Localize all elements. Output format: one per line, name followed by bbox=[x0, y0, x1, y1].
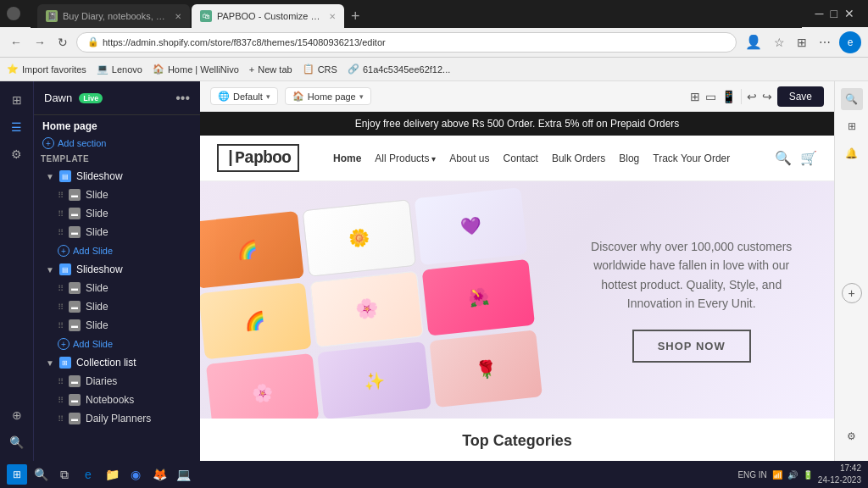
tree-slide1-2[interactable]: ⠿ ▬ Slide bbox=[41, 204, 193, 223]
tree-diaries[interactable]: ⠿ ▬ Diaries bbox=[41, 372, 193, 391]
address-input[interactable]: 🔒 https://admin.shopify.com/store/f837c8… bbox=[76, 32, 737, 53]
rail-inspect-icon[interactable]: ⊕ bbox=[5, 403, 29, 427]
window-controls bbox=[7, 7, 20, 20]
taskbar-edge-icon[interactable]: e bbox=[78, 464, 98, 485]
rail-settings-icon[interactable]: ⚙ bbox=[5, 142, 29, 166]
right-panel-search-icon[interactable]: 🔍 bbox=[841, 88, 863, 110]
close-btn[interactable]: ✕ bbox=[844, 7, 854, 20]
tree-slide2-1[interactable]: ⠿ ▬ Slide bbox=[41, 279, 193, 297]
windows-start-btn[interactable]: ⊞ bbox=[7, 464, 27, 485]
add-section-label: Add section bbox=[58, 138, 106, 148]
store-actions: 🔍 🛒 bbox=[775, 150, 817, 166]
slide1-2-label: Slide bbox=[86, 208, 108, 219]
tablet-view-btn[interactable]: ▭ bbox=[705, 90, 716, 103]
tree-collection-list[interactable]: ▼ ⊞ Collection list bbox=[41, 353, 193, 372]
add-slide1-icon: + bbox=[58, 245, 70, 257]
refresh-btn[interactable]: ↻ bbox=[54, 34, 71, 51]
tree-add-slide2[interactable]: + Add Slide bbox=[41, 335, 193, 353]
tree-daily-planners[interactable]: ⠿ ▬ Daily Planners bbox=[41, 409, 193, 428]
slide2-1-label: Slide bbox=[86, 282, 108, 294]
star-btn[interactable]: ☆ bbox=[771, 34, 788, 51]
bookmark-lenovo[interactable]: 💻 Lenovo bbox=[97, 64, 142, 75]
hero-section: 🌈 🌼 💜 🌈 🌸 🌺 🌸 ✨ 🌹 Dis bbox=[200, 181, 834, 419]
tree-slide2-3[interactable]: ⠿ ▬ Slide bbox=[41, 316, 193, 335]
tab1-favicon: 📓 bbox=[46, 10, 58, 22]
maximize-btn[interactable]: □ bbox=[831, 7, 837, 20]
mobile-view-btn[interactable]: 📱 bbox=[721, 90, 736, 103]
forward-btn[interactable]: → bbox=[31, 34, 49, 51]
tab2-close[interactable]: ✕ bbox=[329, 12, 336, 21]
right-panel-gear-icon[interactable]: ⚙ bbox=[841, 425, 863, 447]
right-panel-add-btn[interactable]: + bbox=[842, 283, 862, 307]
rail-search-icon[interactable]: 🔍 bbox=[5, 430, 29, 454]
shopify-sidebar: Dawn Live ••• Home page + Add section Te… bbox=[34, 81, 200, 461]
windows-taskbar: ⊞ 🔍 ⧉ e 📁 ◉ 🦊 💻 ENG IN 📶 🔊 🔋 17:42 24-12… bbox=[0, 461, 868, 488]
cart-icon[interactable]: 🛒 bbox=[800, 150, 817, 166]
bookmark-hash[interactable]: 🔗 61a4c5345ee62f12... bbox=[348, 64, 450, 75]
nav-home[interactable]: Home bbox=[333, 152, 361, 164]
right-panel: 🔍 ⊞ 🔔 + ⚙ bbox=[834, 81, 868, 461]
nav-blog[interactable]: Blog bbox=[619, 152, 639, 164]
taskbar-firefox-icon[interactable]: 🦊 bbox=[149, 464, 170, 485]
homepage-label: Home page bbox=[308, 92, 356, 102]
sidebar-more-btn[interactable]: ••• bbox=[175, 91, 190, 106]
taskbar-files-icon[interactable]: 📁 bbox=[102, 464, 122, 485]
nav-bulk-orders[interactable]: Bulk Orders bbox=[552, 152, 605, 164]
tree-slideshow2[interactable]: ▼ ▤ Slideshow bbox=[41, 260, 193, 279]
redo-btn[interactable]: ↪ bbox=[762, 90, 772, 103]
default-label: Default bbox=[233, 92, 263, 102]
taskbar-chrome-icon[interactable]: ◉ bbox=[125, 464, 146, 485]
save-button[interactable]: Save bbox=[777, 86, 824, 107]
tree-slide1-1[interactable]: ⠿ ▬ Slide bbox=[41, 186, 193, 204]
nav-all-products[interactable]: All Products bbox=[375, 152, 436, 164]
add-section-btn[interactable]: + Add section bbox=[42, 137, 192, 149]
slide-icon: ▬ bbox=[69, 208, 81, 219]
browser-tab-1[interactable]: 📓 Buy Diary, notebooks, sketchbo... ✕ bbox=[37, 4, 190, 28]
tree-slide1-3[interactable]: ⠿ ▬ Slide bbox=[41, 223, 193, 241]
nav-contact[interactable]: Contact bbox=[504, 152, 538, 164]
right-panel-bell-icon[interactable]: 🔔 bbox=[841, 142, 863, 164]
taskbar-task-view-btn[interactable]: ⧉ bbox=[54, 464, 75, 485]
tree-slide2-2[interactable]: ⠿ ▬ Slide bbox=[41, 297, 193, 316]
default-select[interactable]: 🌐 Default ▾ bbox=[210, 87, 278, 105]
system-tray: ENG IN 📶 🔊 🔋 17:42 24-12-2023 bbox=[737, 463, 861, 486]
tree-slideshow1[interactable]: ▼ ▤ Slideshow bbox=[41, 167, 193, 186]
right-panel-apps-icon[interactable]: ⊞ bbox=[841, 115, 863, 137]
undo-btn[interactable]: ↩ bbox=[747, 90, 757, 103]
bookmark-newtab[interactable]: + New tab bbox=[249, 64, 292, 75]
tab1-close[interactable]: ✕ bbox=[175, 12, 181, 21]
rail-home-icon[interactable]: ⊞ bbox=[5, 88, 29, 112]
store-header: |Papboo Home All Products About us Conta… bbox=[200, 136, 834, 181]
new-tab-button[interactable]: + bbox=[346, 4, 365, 28]
nav-track-order[interactable]: Track Your Order bbox=[653, 152, 730, 164]
taskbar-vscode-icon[interactable]: 💻 bbox=[173, 464, 193, 485]
system-clock: 17:42 24-12-2023 bbox=[818, 463, 861, 486]
slide1-1-label: Slide bbox=[86, 189, 108, 201]
tree-notebooks[interactable]: ⠿ ▬ Notebooks bbox=[41, 391, 193, 409]
bookmark-wellinivo[interactable]: 🏠 Home | WelliNivo bbox=[153, 64, 239, 75]
bookmark-crs[interactable]: 📋 CRS bbox=[303, 64, 337, 75]
search-store-icon[interactable]: 🔍 bbox=[775, 150, 792, 166]
desktop-view-btn[interactable]: ⊞ bbox=[690, 90, 700, 103]
profile-btn[interactable]: 👤 bbox=[742, 32, 765, 52]
rail-sections-icon[interactable]: ☰ bbox=[5, 115, 29, 139]
nav-about-us[interactable]: About us bbox=[449, 152, 489, 164]
shop-now-button[interactable]: SHOP NOW bbox=[632, 330, 751, 363]
tree-add-slide1[interactable]: + Add Slide bbox=[41, 241, 193, 260]
back-btn[interactable]: ← bbox=[7, 34, 25, 51]
browser-tab-2[interactable]: 🛍 PAPBOO - Customize Dawn - Sh... ✕ bbox=[192, 4, 344, 28]
more-btn[interactable]: ⋯ bbox=[815, 34, 834, 51]
planners-label: Daily Planners bbox=[86, 413, 151, 424]
top-categories-label: Top Categories bbox=[462, 432, 572, 449]
slideshow1-icon: ▤ bbox=[59, 170, 71, 182]
clock-time: 17:42 bbox=[818, 463, 861, 474]
homepage-select[interactable]: 🏠 Home page ▾ bbox=[285, 87, 371, 105]
store-banner: Enjoy free delivery above Rs 500 Order. … bbox=[200, 112, 834, 136]
minimize-btn[interactable]: ─ bbox=[815, 7, 824, 20]
add-icon[interactable]: + bbox=[842, 283, 862, 303]
taskbar-search-btn[interactable]: 🔍 bbox=[31, 464, 51, 485]
extensions-btn[interactable]: ⊞ bbox=[793, 34, 810, 51]
slide-icon: ▬ bbox=[69, 189, 81, 201]
theme-name: Dawn bbox=[44, 92, 72, 104]
bookmark-import-favorites[interactable]: ⭐ Import favorites bbox=[7, 64, 86, 75]
